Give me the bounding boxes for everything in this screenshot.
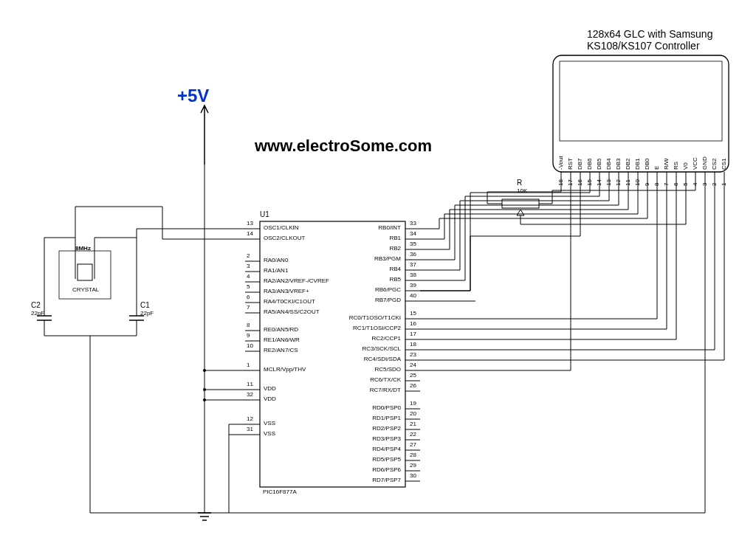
lcd-pin-name: RS [673,145,679,170]
pin-num: 1 [247,362,250,368]
pin-num: 38 [410,272,416,278]
lcd-pin-num: 2 [711,174,718,186]
pin-name: RB2 [342,245,401,252]
pin-num: 37 [410,261,416,268]
pin-name: RA5/AN4/SS/C2OUT [264,308,320,315]
pin-num: 29 [410,462,416,469]
power-label: +5V [177,86,209,106]
lcd-pin-num: 9 [644,174,650,186]
pin-num: 3 [247,263,250,269]
lcd-pin-num: 12 [615,174,622,186]
svg-rect-2 [78,264,92,280]
pin-name: RB6/PGC [342,286,401,293]
lcd-pin-num: 1 [721,174,727,186]
pin-num: 16 [410,320,416,327]
svg-rect-80 [560,61,722,141]
website-label: www.electroSome.com [255,137,432,156]
pin-num: 39 [410,282,416,289]
lcd-pin-name: RST [567,145,574,170]
pin-num: 28 [410,452,416,458]
pin-name: VDD [264,385,276,392]
pin-name: RA2/AN2/VREF-/CVREF [264,277,329,284]
pin-name: VSS [264,420,275,427]
pin-num: 26 [410,382,416,389]
pin-num: 12 [247,415,253,422]
pin-num: 19 [410,400,416,407]
pin-name: RB4 [342,266,401,272]
lcd-pin-num: 3 [701,174,708,186]
lcd-pin-num: 14 [596,174,602,186]
lcd-pin-name: R/W [663,145,670,170]
pin-name: OSC1/CLKIN [264,224,299,231]
pin-name: RD7/PSP7 [342,477,401,483]
pin-name: MCLR/Vpp/THV [264,366,306,373]
lcd-pin-num: 10 [634,174,641,186]
pin-name: RB0/INT [342,224,401,231]
pin-num: 20 [410,410,416,417]
pin-num: 4 [247,273,250,280]
lcd-pin-num: 17 [567,174,574,186]
pin-num: 40 [410,292,416,299]
c1-val: 22pF [140,310,154,317]
pin-name: RC3/SCK/SCL [342,345,401,352]
lcd-pin-name: DB4 [605,145,612,170]
crystal-label: CRYSTAL [72,286,99,293]
pin-name: RD6/PSP6 [342,466,401,473]
pin-name: OSC2/CLKOUT [264,235,305,241]
pin-name: RD5/PSP5 [342,456,401,463]
pin-num: 24 [410,362,416,368]
lcd-pin-name: DB6 [586,145,593,170]
pin-name: RC1/T1OSI/CCP2 [342,325,401,331]
lcd-pin-name: CS1 [721,145,727,170]
lcd-pin-name: DB3 [615,145,622,170]
pin-name: RD2/PSP2 [342,425,401,432]
lcd-pin-num: 7 [663,174,670,186]
lcd-title-2: KS108/KS107 Controller [587,40,700,52]
lcd-pin-num: 6 [673,174,679,186]
lcd-pin-num: 18 [557,174,564,186]
lcd-pin-name: V0 [682,145,689,170]
pin-name: RD1/PSP1 [342,415,401,421]
pin-name: RE1/AN6/WR [264,336,300,343]
pin-num: 32 [247,391,253,398]
lcd-pin-name: GND [701,145,708,170]
svg-point-73 [203,388,206,391]
pin-name: VDD [264,396,276,402]
pin-name: RB3/PGM [342,255,401,262]
pin-name: RA1/AN1 [264,267,288,274]
pin-num: 34 [410,230,416,237]
pin-num: 13 [247,220,253,227]
pin-num: 36 [410,251,416,258]
lcd-pin-name: DB1 [634,145,641,170]
pin-num: 25 [410,372,416,379]
pin-name: RC2/CCP1 [342,335,401,342]
lcd-pin-num: 13 [605,174,612,186]
pin-num: 23 [410,351,416,358]
pin-num: 27 [410,441,416,448]
lcd-pin-name: VCC [692,145,698,170]
lcd-pin-name: DB5 [596,145,602,170]
lcd-pin-name: DB2 [625,145,631,170]
pin-name: RB1 [342,235,401,241]
svg-point-70 [203,369,206,372]
pin-name: RD4/PSP4 [342,446,401,452]
lcd-pin-name: CS2 [711,145,718,170]
pin-name: RC0/T1OSO/T1CKI [342,314,401,321]
c1-name: C1 [140,301,150,309]
pin-name: RB7/PGD [342,297,401,303]
crystal-freq: 8MHz [75,245,91,252]
lcd-pin-name: DB7 [577,145,583,170]
c2-val: 22pF [31,310,44,317]
pin-name: RC6/TX/CK [342,376,401,383]
pin-name: RA0/AN0 [264,257,288,263]
pin-name: RE0/AN5/RD [264,326,298,333]
lcd-pin-num: 16 [577,174,583,186]
pin-num: 22 [410,431,416,438]
pin-num: 15 [410,310,416,317]
pin-name: RD0/PSP0 [342,404,401,411]
pin-num: 21 [410,421,416,427]
pin-num: 31 [247,426,253,432]
pin-num: 6 [247,294,250,300]
svg-point-74 [203,398,206,401]
c2-name: C2 [31,301,41,309]
